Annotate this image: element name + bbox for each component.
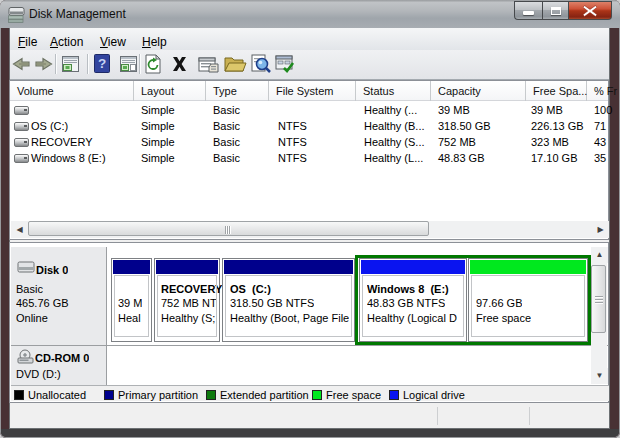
svg-text:?: ? <box>98 56 106 71</box>
